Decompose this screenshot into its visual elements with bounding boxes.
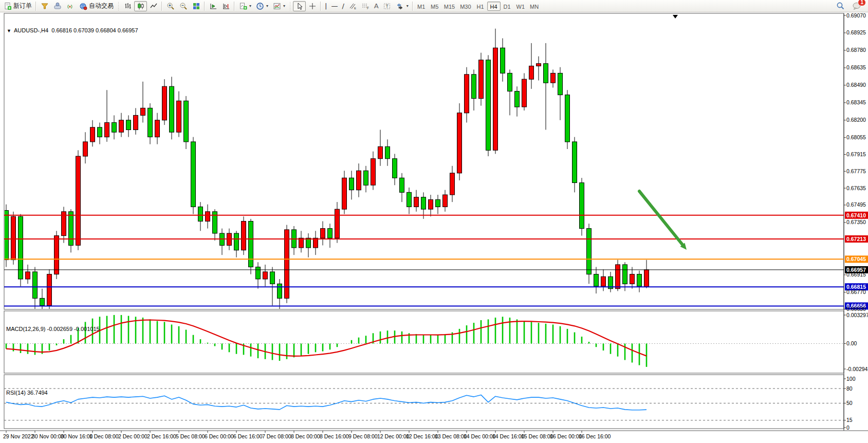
candle — [349, 178, 354, 190]
svg-text:E: E — [354, 7, 356, 10]
axis-tick-label: 0.68055 — [846, 134, 866, 140]
candle — [155, 120, 160, 137]
candle — [565, 95, 570, 142]
separator — [35, 2, 36, 11]
drag-handle[interactable] — [117, 2, 120, 10]
candle — [357, 171, 361, 190]
tab-M15[interactable]: M15 — [441, 2, 457, 11]
svg-text:T: T — [386, 4, 389, 9]
rsi-scale-label: 15 — [846, 417, 853, 423]
drag-handle[interactable] — [289, 2, 291, 10]
template-icon — [272, 2, 281, 10]
candle — [26, 272, 30, 279]
candle — [457, 113, 462, 173]
candle — [378, 146, 383, 158]
step-back-button[interactable] — [207, 1, 219, 11]
periods-button[interactable]: ▾ — [253, 1, 270, 11]
horizontal-line-button[interactable]: — — [329, 1, 340, 11]
price-chip-label: 0.67045 — [846, 256, 866, 262]
channel-button[interactable]: E — [346, 1, 359, 11]
candle — [105, 123, 109, 137]
signal-icon — [66, 2, 75, 10]
candle — [587, 229, 592, 274]
tab-M5[interactable]: M5 — [428, 2, 441, 11]
candle — [421, 197, 426, 209]
candle — [256, 267, 261, 279]
tile-windows-button[interactable] — [190, 1, 202, 11]
tab-M1[interactable]: M1 — [415, 2, 428, 11]
mt4-terminal: { "toolbar": { "new_order_label": "新订单",… — [0, 0, 868, 443]
vertical-line-button[interactable]: | — [323, 1, 329, 11]
one-click-collapse-icon[interactable]: ▼ — [7, 28, 11, 33]
tab-W1[interactable]: W1 — [514, 2, 528, 11]
separator — [234, 2, 235, 11]
chart-canvas[interactable]: 0.674100.672130.670450.669570.668150.666… — [0, 12, 868, 443]
cursor-icon — [295, 2, 304, 10]
tab-H1[interactable]: H1 — [474, 2, 487, 11]
tab-M30[interactable]: M30 — [457, 2, 473, 11]
candle — [537, 64, 541, 66]
search-button[interactable] — [834, 1, 847, 11]
candlestick-chart-button[interactable] — [134, 1, 147, 11]
axis-tick-label: 0.66630 — [846, 306, 866, 312]
candle — [33, 272, 38, 299]
tab-D1[interactable]: D1 — [501, 2, 514, 11]
rsi-header: RSI(14) 36.7494 — [6, 390, 48, 396]
zoom-in-button[interactable] — [164, 1, 177, 11]
add-indicator-button[interactable]: ▾ — [236, 1, 253, 11]
toolbar: 新订单 自动交易 — [0, 0, 868, 12]
axis-tick-label: 0.67775 — [846, 168, 866, 174]
separator — [320, 2, 321, 11]
fibonacci-button[interactable]: F — [359, 1, 372, 11]
new-order-button[interactable]: 新订单 — [1, 1, 34, 11]
step-forward-button[interactable] — [219, 1, 232, 11]
text-button[interactable]: A — [372, 1, 381, 11]
notifications-button[interactable]: 1 — [850, 1, 863, 11]
crosshair-icon — [308, 2, 317, 10]
rsi-label: RSI(14) — [6, 390, 26, 396]
candle — [472, 75, 476, 99]
market-watch-button[interactable] — [51, 1, 64, 11]
candle — [450, 173, 455, 195]
rsi-value: 36.7494 — [27, 390, 48, 396]
axis-tick-label: 0.68200 — [846, 117, 866, 123]
zoom-in-icon — [166, 2, 175, 10]
candle — [170, 86, 174, 132]
cursor-button[interactable] — [293, 1, 306, 11]
candle — [393, 159, 397, 178]
candle — [11, 216, 16, 260]
candle — [522, 79, 527, 107]
arrows-icon — [396, 2, 404, 10]
ohlc-bars-icon — [123, 2, 132, 10]
zoom-out-button[interactable] — [177, 1, 190, 11]
text-label-button[interactable]: T — [381, 1, 394, 11]
vline-icon: | — [325, 2, 327, 10]
fibonacci-icon: F — [361, 2, 370, 10]
chart-step-icon — [209, 2, 217, 10]
trendline-button[interactable]: / — [340, 1, 346, 11]
candle — [98, 127, 102, 137]
signal-button[interactable] — [64, 1, 77, 11]
arrows-button[interactable]: ▾ — [394, 1, 411, 11]
autotrading-button[interactable]: 自动交易 — [77, 1, 116, 11]
bar-chart-button[interactable] — [121, 1, 134, 11]
time-tick-label: 9 Dec 08:00 — [348, 433, 378, 439]
tab-MN[interactable]: MN — [527, 2, 541, 11]
funnel-button[interactable] — [38, 1, 51, 11]
time-tick-label: 14 Dec 00:00 — [464, 433, 496, 439]
time-tick-label: 6 Dec 00:00 — [205, 433, 234, 439]
axis-tick-label: 0.66915 — [846, 271, 866, 278]
rsi-scale-label: 0 — [846, 424, 849, 431]
candle — [501, 48, 505, 73]
candle — [285, 230, 289, 299]
crosshair-button[interactable] — [306, 1, 319, 11]
line-chart-button[interactable] — [147, 1, 160, 11]
text-label-icon: T — [383, 2, 392, 10]
templates-button[interactable]: ▾ — [270, 1, 287, 11]
tab-H4[interactable]: H4 — [487, 2, 501, 11]
zoom-out-icon — [179, 2, 188, 10]
price-chip-label: 0.67410 — [846, 212, 866, 218]
axis-tick-label: 0.68635 — [846, 64, 866, 70]
axis-tick-label: 0.67635 — [846, 185, 866, 191]
axis-tick-label: 0.69070 — [846, 12, 866, 19]
